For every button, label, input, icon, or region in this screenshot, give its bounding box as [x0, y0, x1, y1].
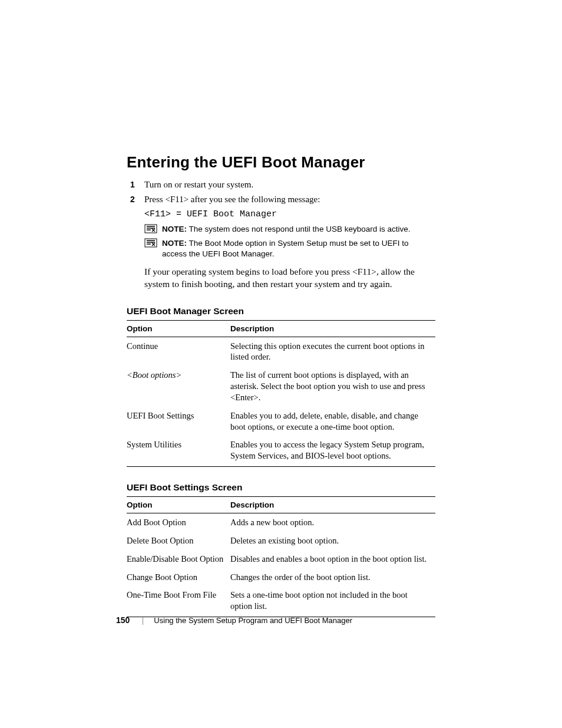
cell-option: System Utilities — [127, 436, 230, 465]
table1-title: UEFI Boot Manager Screen — [127, 306, 435, 317]
table-row: Delete Boot Option Deletes an existing b… — [127, 532, 435, 550]
footer-section: Using the System Setup Program and UEFI … — [154, 616, 352, 625]
cell-description: Enables you to add, delete, enable, disa… — [230, 407, 435, 436]
cell-option: Delete Boot Option — [127, 532, 230, 550]
follow-paragraph: If your operating system begins to load … — [144, 266, 435, 291]
cell-description: Selecting this option executes the curre… — [230, 337, 435, 366]
table-uefi-boot-settings: Option Description Add Boot Option Adds … — [127, 496, 435, 615]
cell-description: Deletes an existing boot option. — [230, 532, 435, 550]
code-line: <F11> = UEFI Boot Manager — [144, 209, 435, 219]
table1-wrap: Option Description Continue Selecting th… — [127, 320, 435, 467]
table-row: Add Boot Option Adds a new boot option. — [127, 513, 435, 532]
table-row: UEFI Boot Settings Enables you to add, d… — [127, 407, 435, 436]
table-row: System Utilities Enables you to access t… — [127, 436, 435, 465]
note-block-1: NOTE: The system does not respond until … — [144, 224, 435, 235]
cell-option: One-Time Boot From File — [127, 586, 230, 615]
note-body: The Boot Mode option in System Setup mus… — [162, 239, 408, 258]
note-block-2: NOTE: The Boot Mode option in System Set… — [144, 238, 435, 259]
step-1: 1 Turn on or restart your system. — [127, 180, 435, 190]
cell-option: Enable/Disable Boot Option — [127, 550, 230, 568]
page-heading: Entering the UEFI Boot Manager — [127, 153, 435, 172]
step-text: Press <F11> after you see the following … — [144, 195, 320, 204]
table-row: <Boot options> The list of current boot … — [127, 366, 435, 407]
step-2: 2 Press <F11> after you see the followin… — [127, 195, 435, 205]
cell-option: UEFI Boot Settings — [127, 407, 230, 436]
note-text: NOTE: The Boot Mode option in System Set… — [162, 238, 435, 259]
table-row: One-Time Boot From File Sets a one-time … — [127, 586, 435, 615]
table2-wrap: Option Description Add Boot Option Adds … — [127, 496, 435, 617]
cell-description: Disables and enables a boot option in th… — [230, 550, 435, 568]
page-footer: 150 Using the System Setup Program and U… — [116, 615, 352, 625]
table-row: Change Boot Option Changes the order of … — [127, 568, 435, 587]
table-row: Enable/Disable Boot Option Disables and … — [127, 550, 435, 568]
table-uefi-boot-manager: Option Description Continue Selecting th… — [127, 320, 435, 466]
note-label: NOTE: — [162, 225, 187, 233]
cell-description: Changes the order of the boot option lis… — [230, 568, 435, 587]
cell-option: Continue — [127, 337, 230, 366]
step-text: Turn on or restart your system. — [144, 180, 253, 189]
note-icon — [144, 224, 157, 233]
step-number: 2 — [130, 195, 135, 204]
note-icon — [144, 238, 157, 248]
step-number: 1 — [130, 180, 135, 189]
numbered-steps: 1 Turn on or restart your system. 2 Pres… — [127, 180, 435, 205]
cell-description: Adds a new boot option. — [230, 513, 435, 532]
cell-option: Add Boot Option — [127, 513, 230, 532]
cell-description: The list of current boot options is disp… — [230, 366, 435, 407]
cell-option: <Boot options> — [127, 366, 230, 407]
table-row: Continue Selecting this option executes … — [127, 337, 435, 366]
cell-description: Sets a one-time boot option not included… — [230, 586, 435, 615]
cell-option: Change Boot Option — [127, 568, 230, 587]
th-description: Description — [230, 320, 435, 337]
th-option: Option — [127, 320, 230, 337]
th-description: Description — [230, 497, 435, 513]
note-body: The system does not respond until the US… — [187, 225, 410, 233]
th-option: Option — [127, 497, 230, 513]
page-number: 150 — [116, 615, 130, 625]
footer-divider — [143, 616, 143, 625]
note-label: NOTE: — [162, 239, 187, 248]
cell-description: Enables you to access the legacy System … — [230, 436, 435, 465]
note-text: NOTE: The system does not respond until … — [162, 224, 410, 235]
table2-title: UEFI Boot Settings Screen — [127, 482, 435, 493]
page-body: Entering the UEFI Boot Manager 1 Turn on… — [0, 0, 562, 617]
